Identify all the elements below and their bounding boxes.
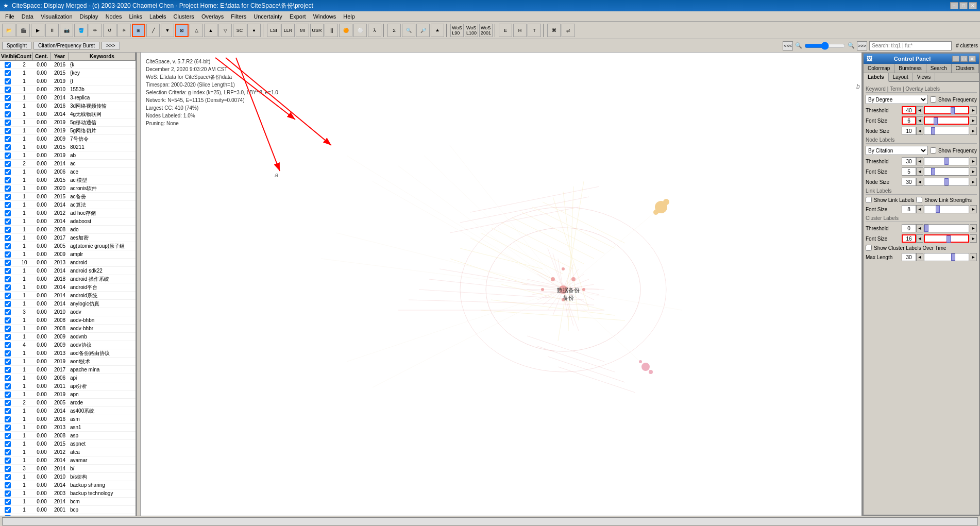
node-visible-checkbox[interactable] [5,218,11,225]
list-item[interactable]: 4 0.00 2009 aodv协议 [0,341,136,349]
node-nodesize-track[interactable] [924,178,969,186]
list-item[interactable]: 1 0.00 2013 aod备份路由协议 [0,349,136,358]
list-item[interactable]: 1 0.00 2008 asp [0,432,136,440]
node-visible-checkbox[interactable] [5,499,11,505]
menu-item-filters[interactable]: Filters [228,13,249,20]
show-link-strengths-checkbox[interactable] [916,197,922,203]
node-visible-checkbox[interactable] [5,120,11,126]
cp-tab-colormap[interactable]: Colormap [864,64,894,73]
toolbar-button-36[interactable]: ⌘ [547,24,561,37]
list-item[interactable]: 1 0.00 2016 asm [0,415,136,423]
toolbar-button-33[interactable]: E [499,24,512,37]
node-visible-checkbox[interactable] [5,507,11,513]
toolbar-button-16[interactable]: SC [233,24,246,37]
toolbar-button-8[interactable]: ✳ [117,24,131,37]
expand-button[interactable]: >>> [102,42,120,49]
node-visible-checkbox[interactable] [5,301,11,307]
node-visible-checkbox[interactable] [5,383,11,389]
spotlight-button[interactable]: Spotlight [2,42,31,49]
node-dropdown[interactable]: By Citation By Degree By Year [866,146,928,155]
menu-item-uncertainty[interactable]: Uncertainty [250,13,285,20]
node-visible-checkbox[interactable] [5,309,11,315]
list-item[interactable]: 1 0.00 2008 aodv-bhbn [0,316,136,325]
list-item[interactable]: 1 0.00 2012 ad hoc存储 [0,209,136,217]
list-item[interactable]: 1 0.00 2006 api [0,374,136,382]
cluster-maxlength-track[interactable] [924,253,969,261]
node-visible-checkbox[interactable] [5,210,11,216]
node-visible-checkbox[interactable] [5,243,11,249]
cp-maximize-button[interactable]: □ [960,56,968,62]
list-item[interactable]: 10 0.00 2013 android [0,259,136,267]
list-item[interactable]: 1 0.00 2014 backup sharing [0,481,136,489]
list-item[interactable]: 1 0.00 2019 aont技术 [0,358,136,366]
cluster-maxlength-incr[interactable]: ► [970,253,977,261]
cp-subtab-views[interactable]: Views [913,73,936,81]
toolbar-button-4[interactable]: 📷 [60,24,73,37]
col-header-keywords[interactable]: Keywords [69,53,136,60]
toolbar-button-7[interactable]: ↺ [103,24,116,37]
toolbar-button-27[interactable]: 🔍 [402,24,415,37]
toolbar-button-22[interactable]: ||| [325,24,338,37]
node-visible-checkbox[interactable] [5,251,11,258]
node-nodesize-decr[interactable]: ◄ [916,178,923,186]
node-threshold-track[interactable] [924,157,969,165]
list-item[interactable]: 1 0.00 2010 b/s架构 [0,473,136,481]
toolbar-button-26[interactable]: Σ [387,24,401,37]
list-item[interactable]: 1 0.00 2015 aci模型 [0,176,136,184]
list-item[interactable]: 3 0.00 2014 b/ [0,465,136,473]
nav-prev-button[interactable]: <<< [783,41,793,50]
menu-item-nodes[interactable]: Nodes [103,13,125,20]
toolbar-button-29[interactable]: ★ [431,24,444,37]
toolbar-button-32[interactable]: WoS 2001 [479,24,493,37]
keyword-nodesize-incr[interactable]: ► [970,127,977,135]
list-item[interactable]: 1 0.00 2020 acronis软件 [0,184,136,193]
col-header-year[interactable]: Year [50,53,69,60]
menu-item-visualization[interactable]: Visualization [38,13,76,20]
toolbar-button-9[interactable]: ⊞ [132,24,145,37]
list-item[interactable]: 1 0.00 2001 bcp [0,506,136,514]
keyword-fontsize-decr[interactable]: ◄ [916,116,923,125]
toolbar-button-17[interactable]: ● [247,24,261,37]
cp-tab-burstness[interactable]: Burstness [894,64,926,73]
show-cluster-over-time-checkbox[interactable] [866,245,872,251]
list-item[interactable]: 1 0.00 2019 apn [0,391,136,399]
list-item[interactable]: 1 0.00 2014 avamar [0,456,136,465]
cluster-maxlength-decr[interactable]: ◄ [916,253,923,261]
minimize-button[interactable]: − [950,2,958,9]
list-item[interactable]: 1 0.00 2015 {key [0,69,136,77]
show-link-labels-checkbox[interactable] [866,197,872,203]
node-visible-checkbox[interactable] [5,317,11,324]
toolbar-button-15[interactable]: ▽ [218,24,232,37]
node-visible-checkbox[interactable] [5,400,11,406]
list-item[interactable]: 1 0.00 2009 7号信令 [0,135,136,143]
node-visible-checkbox[interactable] [5,342,11,348]
node-visible-checkbox[interactable] [5,293,11,299]
list-item[interactable]: 2 0.00 2005 arcde [0,399,136,407]
node-fontsize-incr[interactable]: ► [970,167,977,176]
list-item[interactable]: 1 0.00 2014 android系统 [0,292,136,300]
list-item[interactable]: 1 0.00 2008 aodv-bhbr [0,325,136,333]
col-header-visible[interactable]: Visible [0,53,15,60]
col-header-cent[interactable]: Cent. [33,53,50,60]
node-fontsize-decr[interactable]: ◄ [916,167,923,176]
node-visible-checkbox[interactable] [5,103,11,109]
node-visible-checkbox[interactable] [5,144,11,150]
list-item[interactable]: 1 0.00 2012 atca [0,448,136,456]
list-item[interactable]: 1 0.00 2008 ado [0,226,136,234]
list-item[interactable]: 1 0.00 2003 backup technology [0,489,136,498]
toolbar-button-3[interactable]: ⏸ [45,24,59,37]
menu-item-clusters[interactable]: Clusters [171,13,197,20]
list-item[interactable]: 1 0.00 2015 ac备份 [0,193,136,201]
node-visible-checkbox[interactable] [5,235,11,241]
node-visible-checkbox[interactable] [5,474,11,480]
toolbar-button-14[interactable]: ▲ [204,24,217,37]
toolbar-button-13[interactable]: △ [190,24,203,37]
node-visible-checkbox[interactable] [5,87,11,93]
list-item[interactable]: 1 0.00 2014 3-replica [0,94,136,102]
node-visible-checkbox[interactable] [5,392,11,398]
list-item[interactable]: 1 0.00 2017 aes加密 [0,234,136,242]
node-visible-checkbox[interactable] [5,268,11,274]
node-visible-checkbox[interactable] [5,70,11,76]
node-visible-checkbox[interactable] [5,408,11,414]
cluster-threshold-track[interactable] [924,224,969,232]
